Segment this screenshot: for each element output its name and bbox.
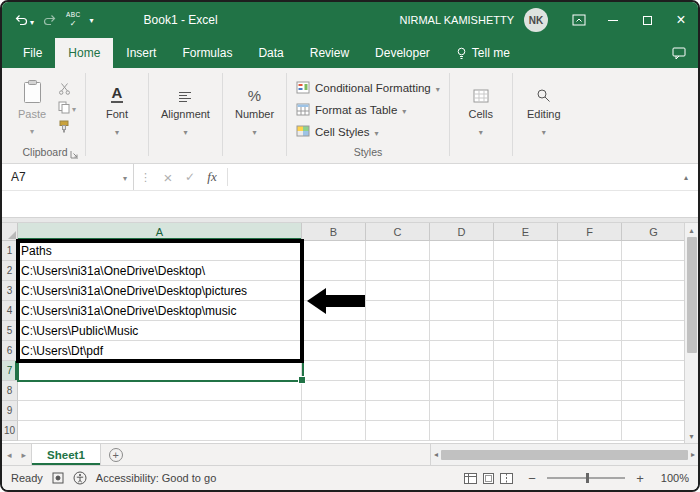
zoom-in-button[interactable] (634, 471, 646, 486)
row-header-5[interactable]: 5 (2, 321, 18, 341)
cell-F2[interactable] (558, 261, 622, 281)
sheet-tab-sheet1[interactable]: Sheet1 (31, 444, 101, 465)
cell-D1[interactable] (430, 241, 494, 261)
cell-B6[interactable] (302, 341, 366, 361)
cell-D2[interactable] (430, 261, 494, 281)
spelling-button[interactable]: ABC✓ (66, 12, 81, 28)
cell-A7[interactable] (18, 361, 302, 381)
cell-E9[interactable] (494, 401, 558, 421)
cell-F1[interactable] (558, 241, 622, 261)
sheet-nav-right-button[interactable] (17, 444, 32, 465)
minimize-button[interactable] (596, 2, 630, 38)
tab-data[interactable]: Data (245, 38, 296, 68)
tab-file[interactable]: File (10, 38, 55, 68)
cell-E8[interactable] (494, 381, 558, 401)
cell-E3[interactable] (494, 281, 558, 301)
cell-G8[interactable] (622, 381, 684, 401)
tab-developer[interactable]: Developer (362, 38, 443, 68)
ribbon-display-options-button[interactable] (562, 2, 596, 38)
cells-group-button[interactable]: Cells (453, 68, 509, 163)
share-comment-button[interactable] (672, 38, 698, 68)
cut-button[interactable] (58, 81, 76, 95)
row-header-6[interactable]: 6 (2, 341, 18, 361)
cell-F6[interactable] (558, 341, 622, 361)
tab-review[interactable]: Review (297, 38, 362, 68)
maximize-button[interactable] (630, 2, 664, 38)
cell-A6[interactable]: C:\Users\Dt\pdf (18, 341, 302, 361)
cell-G6[interactable] (622, 341, 684, 361)
scroll-down-button[interactable] (689, 429, 693, 443)
zoom-level[interactable]: 100% (655, 472, 689, 484)
cell-B5[interactable] (302, 321, 366, 341)
cell-G10[interactable] (622, 421, 684, 441)
sheet-nav-left-button[interactable] (2, 444, 17, 465)
row-header-1[interactable]: 1 (2, 241, 18, 261)
cell-C8[interactable] (366, 381, 430, 401)
scroll-right-button[interactable] (691, 448, 695, 462)
accessibility-status[interactable]: Accessibility: Good to go (96, 472, 216, 484)
column-header-C[interactable]: C (366, 223, 430, 241)
cell-C5[interactable] (366, 321, 430, 341)
alignment-group-button[interactable]: Alignment (152, 68, 219, 163)
cell-F3[interactable] (558, 281, 622, 301)
row-header-3[interactable]: 3 (2, 281, 18, 301)
cell-F9[interactable] (558, 401, 622, 421)
cell-B10[interactable] (302, 421, 366, 441)
page-break-view-icon[interactable] (500, 473, 513, 484)
cell-F5[interactable] (558, 321, 622, 341)
cell-E10[interactable] (494, 421, 558, 441)
scroll-left-button[interactable] (434, 448, 438, 462)
row-header-4[interactable]: 4 (2, 301, 18, 321)
name-box[interactable]: A7 (2, 164, 134, 190)
copy-button[interactable] (58, 100, 76, 114)
cell-B9[interactable] (302, 401, 366, 421)
cell-A4[interactable]: C:\Users\ni31a\OneDrive\Desktop\music (18, 301, 302, 321)
cell-B3[interactable] (302, 281, 366, 301)
cell-E6[interactable] (494, 341, 558, 361)
cell-G5[interactable] (622, 321, 684, 341)
cell-D5[interactable] (430, 321, 494, 341)
cell-G3[interactable] (622, 281, 684, 301)
cell-F10[interactable] (558, 421, 622, 441)
cell-E1[interactable] (494, 241, 558, 261)
column-header-G[interactable]: G (622, 223, 684, 241)
cell-C10[interactable] (366, 421, 430, 441)
cancel-button[interactable] (157, 169, 179, 186)
horizontal-scrollbar[interactable] (430, 444, 698, 465)
cell-A3[interactable]: C:\Users\ni31a\OneDrive\Desktop\pictures (18, 281, 302, 301)
row-header-7[interactable]: 7 (2, 361, 18, 381)
number-group-button[interactable]: % Number (226, 68, 283, 163)
cell-D4[interactable] (430, 301, 494, 321)
cell-G7[interactable] (622, 361, 684, 381)
cell-F4[interactable] (558, 301, 622, 321)
cell-F7[interactable] (558, 361, 622, 381)
paste-button[interactable]: Paste (8, 68, 56, 144)
cell-D9[interactable] (430, 401, 494, 421)
horizontal-scrollbar-thumb[interactable] (441, 450, 688, 460)
row-header-10[interactable]: 10 (2, 421, 18, 441)
cell-B1[interactable] (302, 241, 366, 261)
redo-button[interactable] (43, 14, 57, 26)
clipboard-dialog-launcher[interactable] (70, 147, 79, 164)
cell-F8[interactable] (558, 381, 622, 401)
cell-C2[interactable] (366, 261, 430, 281)
page-layout-view-icon[interactable] (482, 473, 495, 484)
vertical-scrollbar-thumb[interactable] (687, 237, 697, 353)
cell-C1[interactable] (366, 241, 430, 261)
cell-D8[interactable] (430, 381, 494, 401)
new-sheet-button[interactable] (101, 444, 131, 465)
cell-C6[interactable] (366, 341, 430, 361)
tell-me-box[interactable]: Tell me (443, 38, 523, 68)
tab-formulas[interactable]: Formulas (169, 38, 245, 68)
cell-E5[interactable] (494, 321, 558, 341)
cell-B4[interactable] (302, 301, 366, 321)
close-button[interactable]: × (664, 2, 698, 38)
cell-C7[interactable] (366, 361, 430, 381)
cell-D7[interactable] (430, 361, 494, 381)
formula-input[interactable] (232, 164, 674, 190)
cell-G2[interactable] (622, 261, 684, 281)
cell-A8[interactable] (18, 381, 302, 401)
cell-B2[interactable] (302, 261, 366, 281)
cell-D10[interactable] (430, 421, 494, 441)
cell-A5[interactable]: C:\Users\Public\Music (18, 321, 302, 341)
